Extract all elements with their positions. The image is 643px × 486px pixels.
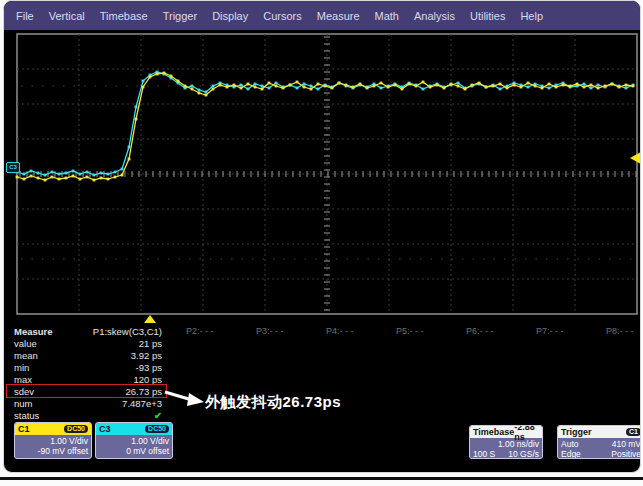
window-bottom-rule [0,477,643,480]
timebase-label: Timebase [473,427,514,437]
trigger-type: Edge [561,449,581,459]
c3-scale: 1.00 V/div [131,436,169,446]
row-value: 3.92 ps [44,350,162,361]
trigger-descriptor[interactable]: Trigger C1 Auto 410 mV Edge Positive [557,425,641,459]
trigger-mode: Auto [561,439,579,449]
c1-offset: -90 mV offset [38,446,88,456]
c1-label: C1 [18,424,30,434]
row-label: status [14,410,39,421]
channel-c3-descriptor[interactable]: C3 DC50 1.00 V/div 0 mV offset [95,422,173,459]
c1-coupling-badge: DC50 [64,425,88,433]
scope-display: File Vertical Timebase Trigger Display C… [3,0,641,473]
timebase-samples: 100 S [473,449,495,459]
trigger-slope: Positive [611,449,641,459]
row-value: -93 ps [44,362,162,373]
oscilloscope-screen-page: File Vertical Timebase Trigger Display C… [0,0,643,486]
row-label: min [14,362,29,373]
c3-label: C3 [99,424,111,434]
jitter-annotation: 外触发抖动26.73ps [205,393,341,412]
trigger-position-marker [144,315,156,323]
trigger-label: Trigger [561,427,592,437]
sdev-highlight-box [6,384,167,398]
measure-p2-header[interactable]: P2:- - - [186,326,246,336]
measure-row-value: value 21 ps [4,338,641,350]
trigger-level: 410 mV [612,439,641,449]
measure-p7-header[interactable]: P7:- - - [536,326,596,336]
trigger-level-marker [630,152,641,164]
c3-coupling-badge: DC50 [145,425,169,433]
measure-row-mean: mean 3.92 ps [4,350,641,362]
row-label: mean [14,350,38,361]
timebase-rate: 10 GS/s [508,449,539,459]
c3-zero-level-marker[interactable]: C3 [6,162,20,173]
row-value: 21 ps [44,338,162,349]
timebase-descriptor[interactable]: Timebase -2.88 ns 1.00 ns/div 100 S 10 G… [469,425,543,459]
measure-p5-header[interactable]: P5:- - - [396,326,456,336]
trigger-source-badge: C1 [626,428,641,436]
measure-p4-header[interactable]: P4:- - - [326,326,386,336]
timebase-scale: 1.00 ns/div [498,439,539,449]
measure-p8-header[interactable]: P8:- - - [606,326,641,336]
status-check-icon: ✔ [44,410,162,421]
measure-row-min: min -93 ps [4,362,641,374]
row-value: 7.487e+3 [44,398,162,409]
channel-c1-descriptor[interactable]: C1 DC50 1.00 V/div -90 mV offset [14,422,92,459]
annotation-arrow-icon [162,387,207,409]
row-label: num [14,398,32,409]
c3-offset: 0 mV offset [126,446,169,456]
measure-p6-header[interactable]: P6:- - - [466,326,526,336]
measure-p1-header[interactable]: P1:skew(C3,C1) [44,326,162,337]
c1-scale: 1.00 V/div [50,436,88,446]
measure-p3-header[interactable]: P3:- - - [256,326,316,336]
row-label: value [14,338,37,349]
